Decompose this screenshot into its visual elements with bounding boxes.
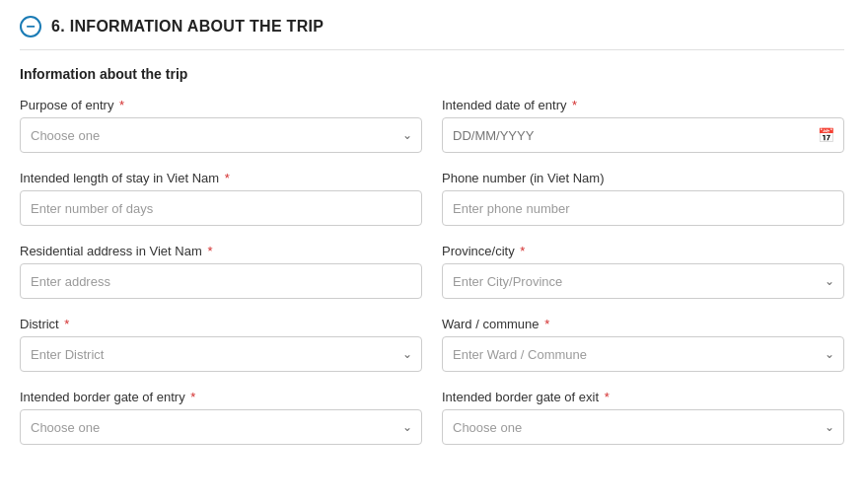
border-gate-entry-wrapper: Choose one ⌄ bbox=[20, 409, 422, 445]
phone-number-input[interactable] bbox=[442, 190, 844, 226]
intended-date-of-entry-group: Intended date of entry * 📅 bbox=[442, 98, 844, 153]
section-title: 6. INFORMATION ABOUT THE TRIP bbox=[51, 18, 324, 36]
collapse-icon-symbol: − bbox=[26, 19, 35, 35]
phone-number-label: Phone number (in Viet Nam) bbox=[442, 171, 844, 185]
province-city-label: Province/city * bbox=[442, 244, 844, 258]
border-gate-exit-required: * bbox=[605, 390, 610, 404]
province-city-wrapper: Enter City/Province ⌄ bbox=[442, 263, 844, 299]
residential-address-group: Residential address in Viet Nam * bbox=[20, 244, 422, 299]
purpose-of-entry-wrapper: Choose one ⌄ bbox=[20, 117, 422, 153]
border-gate-entry-select[interactable]: Choose one bbox=[20, 409, 422, 445]
border-gate-exit-label: Intended border gate of exit * bbox=[442, 390, 844, 404]
purpose-of-entry-required: * bbox=[119, 98, 124, 112]
purpose-of-entry-select[interactable]: Choose one bbox=[20, 117, 422, 153]
section-number: 6. bbox=[51, 18, 65, 35]
purpose-of-entry-group: Purpose of entry * Choose one ⌄ bbox=[20, 98, 422, 153]
border-gate-exit-label-text: Intended border gate of exit bbox=[442, 390, 599, 404]
district-group: District * Enter District ⌄ bbox=[20, 317, 422, 372]
intended-length-required: * bbox=[225, 171, 230, 185]
intended-date-label-text: Intended date of entry bbox=[442, 98, 566, 112]
district-label-text: District bbox=[20, 317, 59, 331]
date-wrapper: 📅 bbox=[442, 117, 844, 153]
province-city-select[interactable]: Enter City/Province bbox=[442, 263, 844, 299]
border-gate-exit-select[interactable]: Choose one bbox=[442, 409, 844, 445]
ward-commune-required: * bbox=[544, 317, 549, 331]
section-container: − 6. INFORMATION ABOUT THE TRIP Informat… bbox=[0, 0, 864, 461]
residential-address-label: Residential address in Viet Nam * bbox=[20, 244, 422, 258]
intended-length-input[interactable] bbox=[20, 190, 422, 226]
ward-commune-select[interactable]: Enter Ward / Commune bbox=[442, 336, 844, 372]
section-title-text: INFORMATION ABOUT THE TRIP bbox=[70, 18, 324, 35]
purpose-of-entry-label: Purpose of entry * bbox=[20, 98, 422, 112]
residential-address-input[interactable] bbox=[20, 263, 422, 299]
province-city-required: * bbox=[520, 244, 525, 258]
border-gate-exit-group: Intended border gate of exit * Choose on… bbox=[442, 390, 844, 445]
border-gate-exit-wrapper: Choose one ⌄ bbox=[442, 409, 844, 445]
intended-length-of-stay-group: Intended length of stay in Viet Nam * bbox=[20, 171, 422, 226]
border-gate-entry-label: Intended border gate of entry * bbox=[20, 390, 422, 404]
ward-commune-label: Ward / commune * bbox=[442, 317, 844, 331]
residential-address-required: * bbox=[207, 244, 212, 258]
phone-number-group: Phone number (in Viet Nam) bbox=[442, 171, 844, 226]
district-select[interactable]: Enter District bbox=[20, 336, 422, 372]
ward-commune-wrapper: Enter Ward / Commune ⌄ bbox=[442, 336, 844, 372]
district-wrapper: Enter District ⌄ bbox=[20, 336, 422, 372]
border-gate-entry-required: * bbox=[190, 390, 195, 404]
intended-length-label-text: Intended length of stay in Viet Nam bbox=[20, 171, 219, 185]
intended-date-required: * bbox=[572, 98, 577, 112]
district-label: District * bbox=[20, 317, 422, 331]
ward-commune-label-text: Ward / commune bbox=[442, 317, 540, 331]
province-city-label-text: Province/city bbox=[442, 244, 515, 258]
form-grid: Purpose of entry * Choose one ⌄ Intended… bbox=[20, 98, 844, 445]
ward-commune-group: Ward / commune * Enter Ward / Commune ⌄ bbox=[442, 317, 844, 372]
residential-address-label-text: Residential address in Viet Nam bbox=[20, 244, 202, 258]
border-gate-entry-label-text: Intended border gate of entry bbox=[20, 390, 185, 404]
intended-length-label: Intended length of stay in Viet Nam * bbox=[20, 171, 422, 185]
district-required: * bbox=[64, 317, 69, 331]
section-header: − 6. INFORMATION ABOUT THE TRIP bbox=[20, 16, 844, 50]
intended-date-input[interactable] bbox=[442, 117, 844, 153]
subsection-title: Information about the trip bbox=[20, 66, 844, 82]
intended-date-of-entry-label: Intended date of entry * bbox=[442, 98, 844, 112]
collapse-button[interactable]: − bbox=[20, 16, 41, 37]
border-gate-entry-group: Intended border gate of entry * Choose o… bbox=[20, 390, 422, 445]
purpose-of-entry-label-text: Purpose of entry bbox=[20, 98, 113, 112]
province-city-group: Province/city * Enter City/Province ⌄ bbox=[442, 244, 844, 299]
